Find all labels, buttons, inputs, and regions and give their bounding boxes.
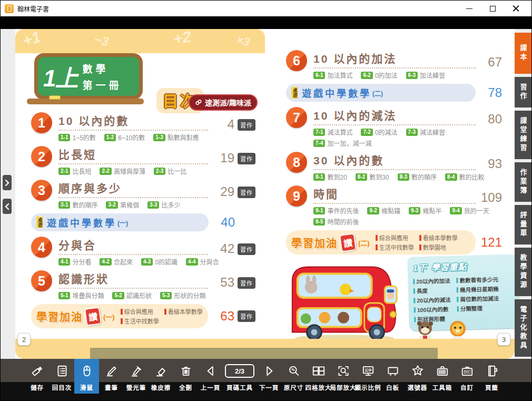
workbook-badge[interactable]: 習作 bbox=[238, 310, 255, 322]
boardgame-page-number[interactable]: 78 bbox=[479, 86, 502, 99]
section-item[interactable]: 8-1數到20 bbox=[313, 172, 347, 181]
section-item[interactable]: 2-3比一比 bbox=[154, 167, 186, 175]
toolbar-item-14[interactable]: 延伸顯示比例 bbox=[356, 359, 380, 394]
toolbar-item-18[interactable]: 自訂自訂 bbox=[455, 359, 479, 394]
section-item[interactable]: 4-2合起來 bbox=[100, 257, 132, 266]
section-item[interactable]: 5-1堆疊與分類 bbox=[58, 291, 104, 300]
chapter-number-badge[interactable]: 1 bbox=[31, 112, 52, 133]
chapter-number-badge[interactable]: 3 bbox=[31, 180, 52, 201]
section-item[interactable]: 4-1分分看 bbox=[58, 257, 91, 266]
section-item[interactable]: 9-3幾點半 bbox=[409, 206, 441, 215]
close-button[interactable] bbox=[504, 1, 527, 16]
chapter-number-badge[interactable]: 7 bbox=[286, 107, 307, 128]
section-item[interactable]: 9-2幾點鐘 bbox=[367, 206, 400, 215]
section-item[interactable]: 7-4加一加，減一減 bbox=[313, 139, 371, 148]
section-item[interactable]: 9-1事件的先後 bbox=[313, 206, 359, 215]
section-item[interactable]: 3-1數的順序 bbox=[58, 200, 97, 209]
toolbar-item-16[interactable]: 7選號器 bbox=[405, 359, 430, 394]
toolbar-item-4[interactable]: 畫筆 bbox=[99, 359, 124, 394]
section-item[interactable]: 4-4分與合 bbox=[186, 257, 219, 266]
minimize-button[interactable] bbox=[458, 1, 481, 16]
section-item[interactable]: 3-3比多少 bbox=[147, 200, 180, 209]
section-item[interactable]: 6-1加法算式 bbox=[313, 71, 352, 80]
workbook-badge[interactable]: 習作 bbox=[238, 119, 255, 131]
chapter-number-badge[interactable]: 2 bbox=[31, 146, 52, 167]
section-item[interactable]: 6-20的加法 bbox=[361, 71, 397, 80]
chapter-number-badge[interactable]: 4 bbox=[31, 237, 52, 258]
quick-test-link-button[interactable]: 速測派/趣味派 bbox=[189, 94, 258, 111]
section-item[interactable]: 2-1比長短 bbox=[58, 167, 91, 175]
boost-row[interactable]: 學習加油 讚 (一) 綜合與應用看繪本學數學生活中找數學 63 習作 bbox=[31, 304, 255, 328]
sidebar-tab-1[interactable]: 課本 bbox=[515, 33, 531, 74]
chapter-number-badge[interactable]: 6 bbox=[286, 50, 307, 71]
section-item[interactable]: 1-11~5的數 bbox=[58, 133, 96, 142]
section-item[interactable]: 1-3點數與對應 bbox=[153, 133, 199, 142]
boost-page-number[interactable]: 63 bbox=[211, 310, 234, 322]
chapter-title[interactable]: 順序與多少 bbox=[58, 182, 122, 194]
workbook-badge[interactable]: 習作 bbox=[238, 243, 255, 255]
sidebar-tab-5[interactable]: 評量單 bbox=[515, 205, 531, 244]
chapter-title[interactable]: 時間 bbox=[313, 188, 339, 200]
sidebar-tab-4[interactable]: 作業簿 bbox=[515, 162, 531, 202]
chapter-page-number[interactable]: 4 bbox=[211, 118, 234, 131]
section-item[interactable]: 7-1減法算式 bbox=[313, 128, 352, 136]
toolbar-item-8[interactable]: 上一頁 bbox=[198, 359, 223, 394]
toolbar-item-12[interactable]: 四格放大 bbox=[306, 359, 331, 394]
toolbar-item-10[interactable]: 下一頁 bbox=[257, 359, 281, 394]
section-item[interactable]: 7-20的減法 bbox=[361, 128, 397, 136]
chapter-page-number[interactable]: 80 bbox=[479, 113, 502, 125]
chapter-number-badge[interactable]: 8 bbox=[286, 152, 307, 173]
chapter-title[interactable]: 30 以內的數 bbox=[313, 154, 384, 167]
chapter-number-badge[interactable]: 5 bbox=[31, 270, 52, 291]
boost-page-number[interactable]: 121 bbox=[479, 236, 502, 249]
toolbar-item-3[interactable]: 滑鼠 bbox=[74, 359, 99, 394]
section-item[interactable]: 6-3加法練習 bbox=[406, 71, 445, 80]
chapter-page-number[interactable]: 53 bbox=[211, 276, 234, 289]
section-item[interactable]: 8-4數的比較 bbox=[445, 172, 484, 181]
toolbar-item-6[interactable]: 橡皮擦 bbox=[149, 359, 173, 394]
section-item[interactable]: 8-3數的順序 bbox=[398, 172, 437, 181]
chapter-page-number[interactable]: 67 bbox=[479, 56, 502, 69]
sidebar-tab-6[interactable]: 教學資源 bbox=[515, 248, 531, 296]
chapter-title[interactable]: 比長短 bbox=[58, 149, 96, 161]
sidebar-tab-2[interactable]: 習作 bbox=[515, 77, 531, 107]
section-item[interactable]: 7-3減法練習 bbox=[406, 128, 445, 136]
sidebar-tab-3[interactable]: 課堂練習 bbox=[515, 111, 531, 159]
chapter-title[interactable]: 10 以內的數 bbox=[58, 115, 129, 127]
section-item[interactable]: 4-30的認識 bbox=[141, 257, 178, 266]
toolbar-item-1[interactable]: 儲存 bbox=[25, 359, 50, 394]
maximize-button[interactable] bbox=[481, 1, 504, 16]
panel-expand-right-button[interactable] bbox=[3, 175, 12, 190]
toolbar-item-7[interactable]: 全刪 bbox=[173, 359, 198, 394]
chapter-page-number[interactable]: 19 bbox=[211, 152, 234, 164]
boardgame-page-number[interactable]: 40 bbox=[212, 216, 235, 229]
workbook-badge[interactable]: 習作 bbox=[238, 187, 255, 198]
toolbar-item-19[interactable]: 頁籤 bbox=[479, 359, 504, 394]
chapter-page-number[interactable]: 29 bbox=[211, 185, 234, 198]
section-item[interactable]: 5-3形狀的分類 bbox=[160, 291, 205, 300]
chapter-number-badge[interactable]: 9 bbox=[286, 185, 307, 207]
toolbar-item-15[interactable]: 白板 bbox=[380, 359, 405, 394]
chapter-title[interactable]: 10 以內的加法 bbox=[313, 53, 397, 65]
chapter-title[interactable]: 10 以內的減法 bbox=[313, 110, 397, 122]
toolbar-item-13[interactable]: 局部放大 bbox=[331, 359, 356, 394]
section-item[interactable]: 5-2認識形狀 bbox=[112, 291, 151, 300]
section-item[interactable]: 9-5時間的前後 bbox=[313, 217, 359, 226]
chapter-page-number[interactable]: 93 bbox=[479, 158, 502, 170]
chapter-page-number[interactable]: 109 bbox=[479, 191, 502, 204]
section-item[interactable]: 2-2高矮與厚薄 bbox=[100, 167, 145, 175]
section-item[interactable]: 1-26~10的數 bbox=[104, 133, 145, 142]
chapter-title[interactable]: 分與合 bbox=[58, 239, 96, 251]
chapter-page-number[interactable]: 42 bbox=[211, 242, 234, 255]
toolbar-item-9[interactable]: 2/3頁碼工具 bbox=[223, 359, 257, 394]
toolbar-item-17[interactable]: 工具箱 bbox=[430, 359, 455, 394]
toolbar-item-2[interactable]: 回目次 bbox=[50, 359, 74, 394]
boardgame-row[interactable]: 桌遊 遊戲中學數學 (二) 78 bbox=[286, 84, 502, 102]
horizontal-scrollbar[interactable] bbox=[90, 348, 438, 359]
toolbar-item-11[interactable]: %原尺寸 bbox=[281, 359, 306, 394]
chapter-title[interactable]: 認識形狀 bbox=[58, 273, 109, 285]
section-item[interactable]: 3-2第幾個 bbox=[106, 200, 139, 209]
toolbar-item-5[interactable]: 螢光筆 bbox=[124, 359, 149, 394]
section-item[interactable]: 8-2數到30 bbox=[356, 172, 389, 181]
workbook-badge[interactable]: 習作 bbox=[238, 277, 255, 289]
